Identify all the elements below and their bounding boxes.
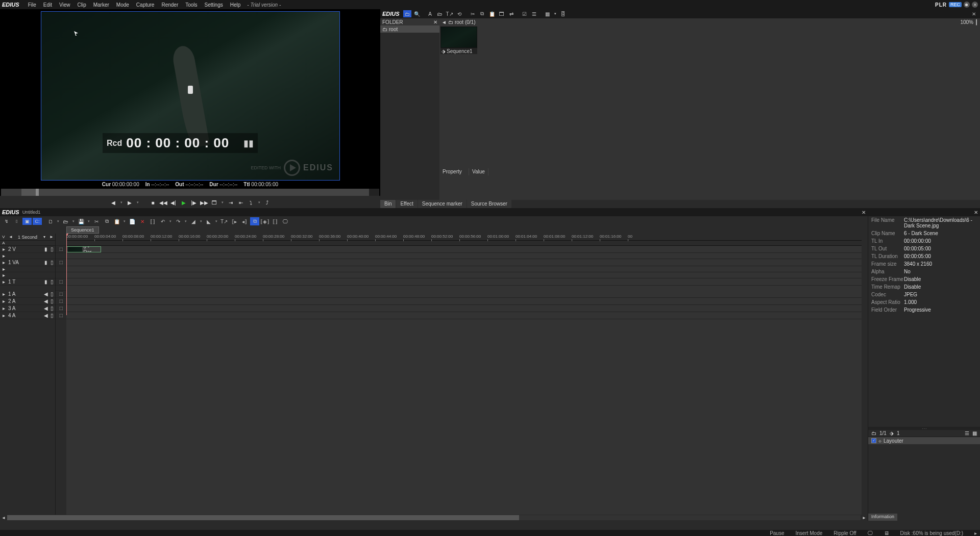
bin-tools-icon[interactable]: 🗄 bbox=[559, 10, 567, 17]
menu-marker[interactable]: Marker bbox=[90, 2, 113, 8]
tl-open-icon[interactable]: 🗁 bbox=[61, 217, 70, 225]
insert-drop[interactable]: ▾ bbox=[257, 198, 262, 207]
track-hdr-2v[interactable]: ▸2 V▮▯ bbox=[0, 246, 55, 253]
rewind-button[interactable]: ◀◀ bbox=[159, 198, 168, 207]
bin-sort-icon[interactable]: A bbox=[426, 10, 434, 17]
playhead[interactable] bbox=[66, 234, 67, 315]
seq-tab-1[interactable]: Sequence1 bbox=[66, 226, 99, 234]
hscroll-left-icon[interactable]: ◄ bbox=[0, 516, 7, 520]
menu-help[interactable]: Help bbox=[227, 2, 244, 8]
tl-mode-cursor[interactable]: C: bbox=[33, 218, 42, 225]
track-hdr-1t[interactable]: ▸1 T▮▯ bbox=[0, 278, 55, 286]
fx-2a[interactable]: ⬚ bbox=[56, 298, 66, 305]
tab-source-browser[interactable]: Source Browser bbox=[467, 200, 511, 208]
fx-1a[interactable]: ⬚ bbox=[56, 291, 66, 298]
fx-3a[interactable]: ⬚ bbox=[56, 305, 66, 312]
fx-1va[interactable]: ⬚ bbox=[56, 259, 66, 266]
export-button[interactable]: ⤴ bbox=[263, 198, 272, 207]
thumb-sequence1[interactable]: ⬗ Sequence1 bbox=[440, 27, 477, 54]
scrub-bar[interactable] bbox=[1, 189, 379, 196]
next-frame-button[interactable]: |▶ bbox=[189, 198, 199, 207]
info-close-icon[interactable]: ✕ bbox=[974, 210, 978, 215]
bin-thumbnails[interactable]: ⬗ Sequence1 bbox=[439, 25, 980, 168]
scale-next-icon[interactable]: ► bbox=[48, 235, 55, 239]
bin-list-icon[interactable]: ☰ bbox=[530, 10, 538, 17]
tl-mode-group[interactable]: ▣ bbox=[22, 218, 32, 225]
tl-save-icon[interactable]: 💾 bbox=[77, 217, 86, 225]
fast-forward-button[interactable]: ▶▶ bbox=[200, 198, 209, 207]
info-list-icon[interactable]: ☰ bbox=[965, 430, 969, 436]
track-a-icon[interactable]: A bbox=[0, 241, 7, 245]
scale-selector[interactable]: 1 Second bbox=[14, 235, 41, 240]
menu-render[interactable]: Render bbox=[158, 2, 182, 8]
tl-fade-out-icon[interactable]: ◣ bbox=[204, 217, 213, 225]
bin-new-clip-icon[interactable]: ⟲ bbox=[455, 10, 463, 17]
tl-mode-tree[interactable]: 𓈖 bbox=[12, 218, 21, 225]
fx-4a[interactable]: ⬚ bbox=[56, 312, 66, 319]
tl-marker-icon[interactable]: ⟦◈⟧ bbox=[260, 217, 270, 225]
tab-bin[interactable]: Bin bbox=[380, 200, 396, 208]
tab-sequence-marker[interactable]: Sequence marker bbox=[418, 200, 467, 208]
tl-mark-out-icon[interactable]: ◂⟧ bbox=[240, 217, 249, 225]
track-hdr-4a[interactable]: ▸4 A◀▯ bbox=[0, 312, 55, 319]
status-monitor-icon[interactable]: 🖵 bbox=[868, 530, 873, 536]
fx-1t[interactable]: ⬚ bbox=[56, 278, 66, 286]
bin-folder-icon[interactable]: 🗀 bbox=[403, 10, 411, 17]
bin-open-icon[interactable]: 🗁 bbox=[436, 10, 444, 17]
track-hdr-1va[interactable]: ▸1 VA▮▯ bbox=[0, 259, 55, 266]
menu-clip[interactable]: Clip bbox=[74, 2, 89, 8]
bin-copy-icon[interactable]: ⧉ bbox=[478, 10, 486, 17]
bin-sync-icon[interactable]: ⇄ bbox=[507, 10, 516, 17]
tl-fade-in-icon[interactable]: ◢ bbox=[189, 217, 198, 225]
bin-close-icon[interactable]: ✕ bbox=[970, 10, 978, 17]
info-folder-icon[interactable]: 🗀 bbox=[871, 430, 876, 436]
timeline-vscroll[interactable] bbox=[862, 234, 868, 515]
crumb-back-icon[interactable]: ◄ bbox=[442, 19, 447, 25]
menu-mode[interactable]: Mode bbox=[113, 2, 133, 8]
tl-redo-icon[interactable]: ↷ bbox=[174, 217, 183, 225]
tl-snap-icon[interactable]: ⧉ bbox=[250, 217, 259, 225]
tab-effect[interactable]: Effect bbox=[396, 200, 417, 208]
folder-root[interactable]: 🗀 root bbox=[380, 25, 439, 33]
fx-item-layouter[interactable]: ✓ ⟐ Layouter bbox=[868, 437, 980, 444]
bin-title-icon[interactable]: T↗ bbox=[446, 10, 454, 17]
track-v-icon[interactable]: V bbox=[0, 235, 7, 239]
info-fx-icon[interactable]: ⬗ bbox=[890, 430, 894, 436]
bin-props-icon[interactable]: ☑ bbox=[521, 10, 529, 17]
scrub-handle[interactable] bbox=[36, 189, 39, 196]
mark-in-button[interactable]: ⇥ bbox=[226, 198, 235, 207]
info-grid-icon[interactable]: ▦ bbox=[972, 430, 977, 436]
tl-link-icon[interactable]: ⟦⟧ bbox=[271, 217, 280, 225]
tl-mark-in-icon[interactable]: ⟦▸ bbox=[230, 217, 239, 225]
hscroll-right-icon[interactable]: ► bbox=[861, 516, 868, 520]
tl-monitor-icon[interactable]: 🖵 bbox=[281, 217, 290, 225]
folder-close-icon[interactable]: ✕ bbox=[433, 19, 437, 25]
bin-search-icon[interactable]: 🔍 bbox=[413, 10, 421, 17]
scale-drop-icon[interactable]: ▾ bbox=[41, 235, 48, 239]
close-icon[interactable]: ✕ bbox=[972, 2, 978, 8]
hscroll-thumb[interactable] bbox=[7, 515, 519, 520]
fx-checkbox[interactable]: ✓ bbox=[871, 438, 876, 443]
bin-zoom-slider-icon[interactable]: ┃ bbox=[975, 19, 978, 25]
menu-capture[interactable]: Capture bbox=[133, 2, 158, 8]
tl-mode-pointer[interactable]: ↯ bbox=[2, 218, 11, 225]
bin-cut-icon[interactable]: ✂ bbox=[469, 10, 477, 17]
menu-view[interactable]: View bbox=[56, 2, 74, 8]
loop-button[interactable]: 🗖 bbox=[210, 198, 219, 207]
menu-tools[interactable]: Tools bbox=[182, 2, 201, 8]
menu-settings[interactable]: Settings bbox=[201, 2, 227, 8]
tl-undo-icon[interactable]: ↶ bbox=[158, 217, 167, 225]
bin-display-icon[interactable]: 🗖 bbox=[498, 10, 506, 17]
mark-out-button[interactable]: ⇤ bbox=[236, 198, 246, 207]
menu-edit[interactable]: Edit bbox=[40, 2, 56, 8]
rec-stop-icon[interactable]: ⏺ bbox=[964, 2, 970, 8]
bin-grid-drop[interactable]: ▾ bbox=[553, 10, 557, 17]
track-hdr-3a[interactable]: ▸3 A◀▯ bbox=[0, 305, 55, 312]
tl-title-icon[interactable]: T↗ bbox=[219, 217, 229, 225]
play-button[interactable]: ▶ bbox=[179, 198, 188, 207]
tl-ripple-icon[interactable]: ⟦⟧ bbox=[148, 217, 157, 225]
bin-zoom-value[interactable]: 100% bbox=[960, 19, 973, 25]
status-display-icon[interactable]: 🖥 bbox=[884, 530, 889, 536]
timeline-close-icon[interactable]: ✕ bbox=[862, 210, 866, 215]
timeline-tracks[interactable]: 00:00:00:0000:00:04:0000:00:08:0000:00:1… bbox=[66, 234, 862, 515]
